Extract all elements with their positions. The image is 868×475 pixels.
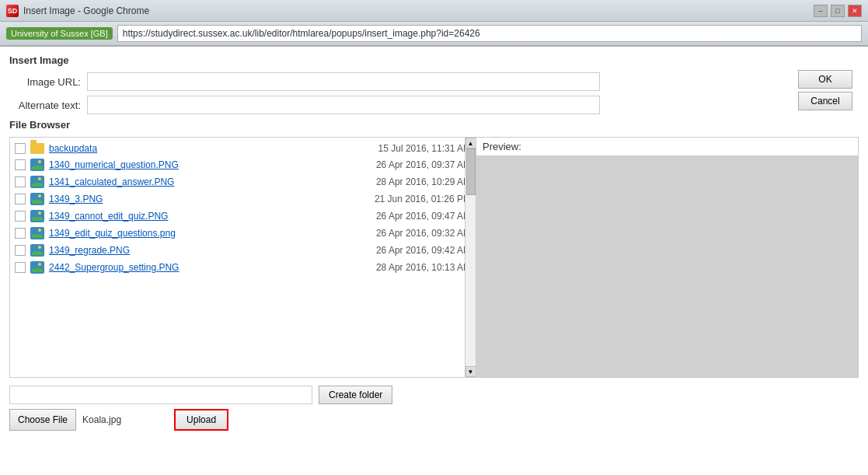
image-url-label: Image URL: xyxy=(9,76,87,88)
file-list-scroll[interactable]: backupdata 15 Jul 2016, 11:31 AM 1340_nu… xyxy=(10,138,476,377)
form-buttons: OK Cancel xyxy=(786,70,852,114)
scroll-down-arrow[interactable]: ▼ xyxy=(465,366,476,377)
list-item[interactable]: 1341_calculated_answer.PNG 28 Apr 2016, … xyxy=(10,173,476,190)
list-item[interactable]: 1349_cannot_edit_quiz.PNG 26 Apr 2016, 0… xyxy=(10,208,476,225)
file-link[interactable]: 1341_calculated_answer.PNG xyxy=(49,176,368,187)
list-item[interactable]: 1349_3.PNG 21 Jun 2016, 01:26 PM xyxy=(10,190,476,208)
choose-file-button[interactable]: Choose File xyxy=(9,409,76,431)
list-item[interactable]: 1349_edit_quiz_questions.png 26 Apr 2016… xyxy=(10,225,476,242)
file-checkbox[interactable] xyxy=(15,211,26,222)
main-content: Insert Image Image URL: Alternate text: … xyxy=(0,47,868,475)
bottom-row2: Choose File Koala.jpg Upload xyxy=(9,409,859,431)
file-browser-section: backupdata 15 Jul 2016, 11:31 AM 1340_nu… xyxy=(9,137,859,378)
alt-text-label: Alternate text: xyxy=(9,100,87,111)
window-title: Insert Image - Google Chrome xyxy=(23,5,862,16)
bottom-area: Create folder Choose File Koala.jpg Uplo… xyxy=(9,386,859,431)
window-controls: – □ ✕ xyxy=(814,5,862,17)
file-list-scrollbar[interactable]: ▲ ▼ xyxy=(465,138,476,377)
file-link[interactable]: 2442_Supergroup_setting.PNG xyxy=(49,262,368,273)
file-checkbox[interactable] xyxy=(15,194,26,204)
section-title: Insert Image xyxy=(9,54,859,66)
file-date: 28 Apr 2016, 10:13 AM xyxy=(376,262,471,273)
folder-icon xyxy=(30,143,44,154)
scroll-track[interactable] xyxy=(466,148,476,366)
file-checkbox[interactable] xyxy=(15,159,26,170)
list-item[interactable]: backupdata 15 Jul 2016, 11:31 AM xyxy=(10,141,476,156)
folder-name-input[interactable] xyxy=(9,386,312,404)
upload-button[interactable]: Upload xyxy=(174,409,228,431)
addressbar: University of Sussex [GB] https://studyd… xyxy=(0,22,868,47)
scroll-up-arrow[interactable]: ▲ xyxy=(465,138,476,148)
preview-area: Preview: xyxy=(476,138,858,377)
alt-text-row: Alternate text: xyxy=(9,96,859,114)
image-icon xyxy=(30,261,44,274)
bottom-row1: Create folder xyxy=(9,386,859,404)
image-url-row: Image URL: xyxy=(9,72,859,91)
list-item[interactable]: 2442_Supergroup_setting.PNG 28 Apr 2016,… xyxy=(10,259,476,276)
file-link[interactable]: backupdata xyxy=(49,143,371,154)
list-item[interactable]: 1349_regrade.PNG 26 Apr 2016, 09:42 AM xyxy=(10,242,476,259)
file-link[interactable]: 1349_edit_quiz_questions.png xyxy=(49,228,368,239)
chrome-icon: SD xyxy=(6,5,19,17)
list-item[interactable]: 1340_numerical_question.PNG 26 Apr 2016,… xyxy=(10,156,476,173)
image-icon xyxy=(30,227,44,239)
file-checkbox[interactable] xyxy=(15,228,26,239)
file-date: 21 Jun 2016, 01:26 PM xyxy=(375,194,471,204)
preview-content xyxy=(476,156,858,377)
maximize-button[interactable]: □ xyxy=(831,5,845,17)
file-link[interactable]: 1340_numerical_question.PNG xyxy=(49,159,368,170)
file-checkbox[interactable] xyxy=(15,262,26,273)
file-browser-title: File Browser xyxy=(9,119,859,131)
image-icon xyxy=(30,210,44,222)
content-area: Insert Image Image URL: Alternate text: … xyxy=(0,47,868,475)
image-url-input[interactable] xyxy=(87,72,600,91)
file-checkbox[interactable] xyxy=(15,245,26,256)
cancel-button[interactable]: Cancel xyxy=(798,92,852,110)
image-icon xyxy=(30,193,44,205)
close-button[interactable]: ✕ xyxy=(848,5,862,17)
file-link[interactable]: 1349_regrade.PNG xyxy=(49,245,368,256)
alt-text-input[interactable] xyxy=(87,96,600,114)
file-link[interactable]: 1349_cannot_edit_quiz.PNG xyxy=(49,211,368,222)
security-badge: University of Sussex [GB] xyxy=(6,27,113,40)
file-date: 26 Apr 2016, 09:37 AM xyxy=(376,159,471,170)
file-date: 28 Apr 2016, 10:29 AM xyxy=(376,176,471,187)
file-list-area: backupdata 15 Jul 2016, 11:31 AM 1340_nu… xyxy=(10,138,476,377)
image-icon xyxy=(30,176,44,188)
scroll-thumb[interactable] xyxy=(466,148,476,195)
file-list: backupdata 15 Jul 2016, 11:31 AM 1340_nu… xyxy=(10,138,476,279)
image-icon xyxy=(30,159,44,171)
ok-button[interactable]: OK xyxy=(798,70,852,89)
url-bar[interactable]: https://studydirect.sussex.ac.uk/lib/edi… xyxy=(117,25,862,42)
file-date: 26 Apr 2016, 09:32 AM xyxy=(376,228,471,239)
file-link[interactable]: 1349_3.PNG xyxy=(49,194,367,204)
create-folder-button[interactable]: Create folder xyxy=(319,386,392,404)
file-checkbox[interactable] xyxy=(15,176,26,187)
file-date: 15 Jul 2016, 11:31 AM xyxy=(378,143,471,154)
file-date: 26 Apr 2016, 09:42 AM xyxy=(376,245,471,256)
chosen-file-name: Koala.jpg xyxy=(76,409,127,431)
preview-label: Preview: xyxy=(476,138,858,156)
minimize-button[interactable]: – xyxy=(814,5,828,17)
chrome-titlebar: SD Insert Image - Google Chrome – □ ✕ xyxy=(0,0,868,22)
image-icon xyxy=(30,244,44,257)
file-checkbox[interactable] xyxy=(15,143,26,154)
file-date: 26 Apr 2016, 09:47 AM xyxy=(376,211,471,222)
